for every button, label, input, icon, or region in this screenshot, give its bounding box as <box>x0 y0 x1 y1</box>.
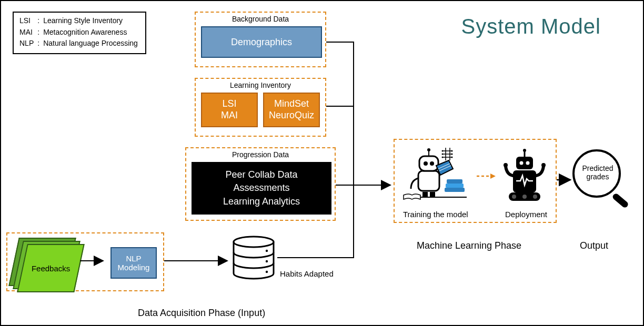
diagram-canvas: System Model LSI:Learning Style Inventor… <box>0 0 644 326</box>
connector-lines <box>1 1 644 326</box>
